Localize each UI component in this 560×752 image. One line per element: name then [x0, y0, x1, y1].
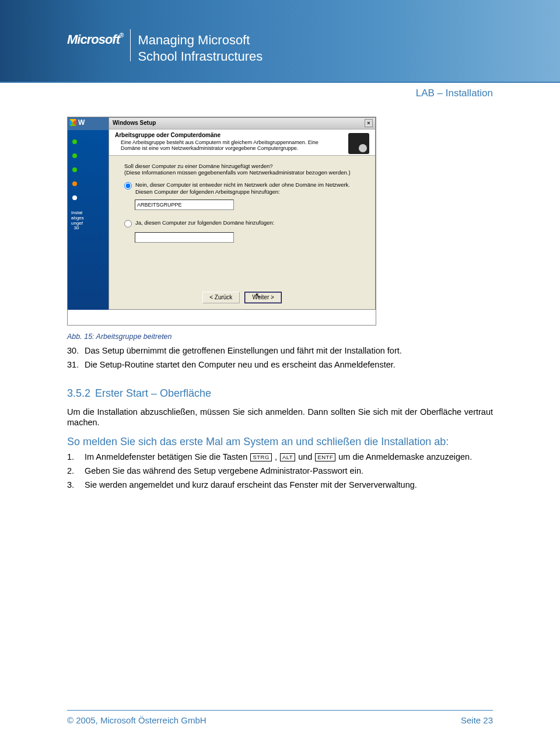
- steps-list-upper: 30.Das Setup übernimmt die getroffenen E…: [67, 345, 493, 370]
- step-number: 2.: [67, 466, 85, 476]
- section-lead: So melden Sie sich das erste Mal am Syst…: [67, 435, 493, 449]
- windows-flag-icon: [69, 119, 76, 126]
- setup-side-panel: W Instal abges ungef 30: [68, 117, 108, 325]
- screenshot-bottom-bar: [68, 310, 376, 325]
- header-rule: [0, 82, 560, 83]
- dialog-heading: Arbeitsgruppe oder Computerdomäne: [115, 132, 369, 138]
- step-dot-icon: [72, 195, 77, 200]
- radio-yes-domain[interactable]: [124, 220, 132, 228]
- radio-no-domain[interactable]: [124, 182, 132, 190]
- step-number: 30.: [67, 345, 85, 356]
- side-panel-title: W: [78, 118, 85, 127]
- dialog-titlebar: Windows Setup ×: [109, 118, 375, 130]
- dialog-subheading: Eine Arbeitsgruppe besteht aus Computern…: [121, 139, 319, 152]
- step-number: 1.: [67, 452, 85, 462]
- screenshot-figure: W Instal abges ungef 30 Windows Setup × …: [67, 117, 376, 326]
- microsoft-logo: Microsoft®: [67, 32, 123, 47]
- key-entf: ENTF: [315, 453, 335, 461]
- step-text: Sie werden angemeldet und kurz darauf er…: [85, 480, 493, 490]
- step-dot-icon: [72, 167, 77, 172]
- divider: [130, 29, 131, 61]
- key-alt: ALT: [280, 453, 295, 461]
- dialog-question: Soll dieser Computer zu einer Domäne hin…: [124, 163, 365, 176]
- step-text: Die Setup-Routine startet den Computer n…: [85, 359, 493, 370]
- step-text: Geben Sie das während des Setup vergeben…: [85, 466, 493, 476]
- setup-disc-icon: [348, 133, 369, 154]
- step-number: 31.: [67, 359, 85, 370]
- step-dot-icon: [72, 153, 77, 158]
- banner-title: Managing Microsoft School Infrastructure…: [138, 32, 262, 64]
- side-status-text: Instal abges ungef 30: [71, 211, 84, 231]
- step-dot-current-icon: [72, 181, 77, 186]
- domain-input[interactable]: [135, 232, 234, 243]
- radio-no-domain-label: Nein, dieser Computer ist entweder nicht…: [135, 181, 350, 195]
- workgroup-input[interactable]: [135, 200, 234, 210]
- radio-yes-domain-label: Ja, diesen Computer zur folgenden Domäne…: [135, 219, 274, 226]
- close-icon[interactable]: ×: [365, 119, 373, 127]
- page-footer: © 2005, Microsoft Österreich GmbH Seite …: [67, 710, 493, 725]
- next-button[interactable]: Weiter >: [244, 292, 282, 303]
- page-header-right: LAB – Installation: [416, 88, 493, 99]
- key-strg: STRG: [250, 453, 271, 461]
- section-heading: 3.5.2Erster Start – Oberfläche: [67, 387, 493, 400]
- step-text: Im Anmeldefenster betätigen Sie die Tast…: [85, 452, 493, 462]
- back-button[interactable]: < Zurück: [202, 292, 240, 303]
- figure-caption: Abb. 15: Arbeitsgruppe beitreten: [67, 333, 493, 341]
- steps-list-lower: 1. Im Anmeldefenster betätigen Sie die T…: [67, 452, 493, 490]
- step-text: Das Setup übernimmt die getroffenen Eins…: [85, 345, 493, 356]
- footer-page-number: Seite 23: [461, 715, 493, 725]
- setup-dialog: Windows Setup × Arbeitsgruppe oder Compu…: [108, 117, 376, 310]
- cursor-icon: ↖: [255, 291, 261, 300]
- step-number: 3.: [67, 480, 85, 490]
- step-dot-icon: [72, 139, 77, 144]
- section-intro: Um die Installation abzuschließen, müsse…: [67, 407, 493, 428]
- header-banner: Microsoft® Managing Microsoft School Inf…: [0, 0, 560, 82]
- footer-copyright: © 2005, Microsoft Österreich GmbH: [67, 715, 206, 725]
